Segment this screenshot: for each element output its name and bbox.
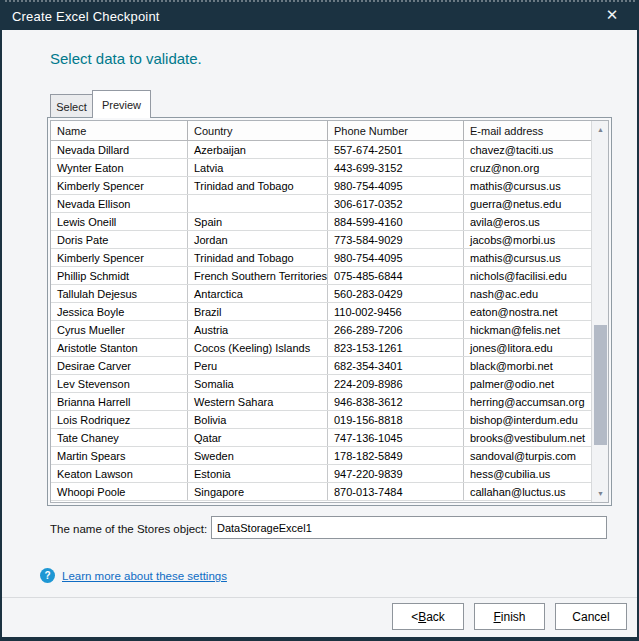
cell-phone: 773-584-9029 <box>328 231 464 248</box>
cell-country: Sweden <box>188 447 328 464</box>
cell-country: Antarctica <box>188 285 328 302</box>
cell-name: Cyrus Mueller <box>51 321 188 338</box>
cell-email: mathis@cursus.us <box>464 249 591 266</box>
table-row[interactable]: Jessica Boyle Brazil 110-002-9456 eaton@… <box>51 303 591 321</box>
cell-country: Austria <box>188 321 328 338</box>
table-row[interactable]: Keaton Lawson Estonia 947-220-9839 hess@… <box>51 465 591 483</box>
title-bar: Create Excel Checkpoint <box>0 0 639 30</box>
cell-name: Wynter Eaton <box>51 159 188 176</box>
table-row[interactable]: Brianna Harrell Western Sahara 946-838-3… <box>51 393 591 411</box>
cell-email: palmer@odio.net <box>464 375 591 392</box>
cell-email: nash@ac.edu <box>464 285 591 302</box>
table-row[interactable]: Lois Rodriquez Bolivia 019-156-8818 bish… <box>51 411 591 429</box>
footer-divider <box>2 597 637 598</box>
table-row[interactable]: Nevada Ellison 306-617-0352 guerra@netus… <box>51 195 591 213</box>
scroll-down-icon[interactable]: ▼ <box>592 485 609 502</box>
table-row[interactable]: Doris Pate Jordan 773-584-9029 jacobs@mo… <box>51 231 591 249</box>
page-title: Select data to validate. <box>50 50 202 67</box>
finish-button[interactable]: Finish <box>474 603 545 630</box>
column-header-email[interactable]: E-mail address <box>464 121 591 140</box>
cell-name: Lois Rodriquez <box>51 411 188 428</box>
cell-phone: 870-013-7484 <box>328 483 464 500</box>
close-icon[interactable]: ✕ <box>595 0 629 30</box>
cell-country: Somalia <box>188 375 328 392</box>
cell-name: Martin Spears <box>51 447 188 464</box>
cell-name: Jessica Boyle <box>51 303 188 320</box>
cell-phone: 946-838-3612 <box>328 393 464 410</box>
cell-phone: 178-182-5849 <box>328 447 464 464</box>
cell-name: Nevada Dillard <box>51 141 188 158</box>
table-row[interactable]: Nevada Dillard Azerbaijan 557-674-2501 c… <box>51 141 591 159</box>
cell-country: Estonia <box>188 465 328 482</box>
cell-country: Singapore <box>188 483 328 500</box>
table-row[interactable]: Whoopi Poole Singapore 870-013-7484 call… <box>51 483 591 501</box>
cell-email: callahan@luctus.us <box>464 483 591 500</box>
cell-name: Doris Pate <box>51 231 188 248</box>
back-button[interactable]: < Back <box>392 603 464 630</box>
table-row[interactable]: Phillip Schmidt French Southern Territor… <box>51 267 591 285</box>
tab-select[interactable]: Select <box>50 94 93 118</box>
cell-phone: 019-156-8818 <box>328 411 464 428</box>
cell-name: Lev Stevenson <box>51 375 188 392</box>
cell-phone: 075-485-6844 <box>328 267 464 284</box>
cell-email: brooks@vestibulum.net <box>464 429 591 446</box>
cell-country: Bolivia <box>188 411 328 428</box>
cell-name: Desirae Carver <box>51 357 188 374</box>
cell-phone: 980-754-4095 <box>328 177 464 194</box>
cell-email: herring@accumsan.org <box>464 393 591 410</box>
cell-name: Kimberly Spencer <box>51 177 188 194</box>
cell-country: Brazil <box>188 303 328 320</box>
column-header-country[interactable]: Country <box>188 121 328 140</box>
table-row[interactable]: Desirae Carver Peru 682-354-3401 black@m… <box>51 357 591 375</box>
cell-email: black@morbi.net <box>464 357 591 374</box>
cell-phone: 560-283-0429 <box>328 285 464 302</box>
scrollbar-thumb[interactable] <box>594 325 607 445</box>
table-row[interactable]: Wynter Eaton Latvia 443-699-3152 cruz@no… <box>51 159 591 177</box>
cell-email: guerra@netus.edu <box>464 195 591 212</box>
help-icon[interactable]: ? <box>40 568 55 583</box>
scroll-up-icon[interactable]: ▲ <box>592 121 609 138</box>
cell-name: Tallulah Dejesus <box>51 285 188 302</box>
table-row[interactable]: Kimberly Spencer Trinidad and Tobago 980… <box>51 177 591 195</box>
table-body: Nevada Dillard Azerbaijan 557-674-2501 c… <box>51 141 591 501</box>
cell-name: Keaton Lawson <box>51 465 188 482</box>
cell-email: chavez@taciti.us <box>464 141 591 158</box>
cell-country: Latvia <box>188 159 328 176</box>
table-row[interactable]: Aristotle Stanton Cocos (Keeling) Island… <box>51 339 591 357</box>
cell-email: jones@litora.edu <box>464 339 591 356</box>
column-header-phone[interactable]: Phone Number <box>328 121 464 140</box>
table-header-row: Name Country Phone Number E-mail address <box>51 121 591 141</box>
table-row[interactable]: Kimberly Spencer Trinidad and Tobago 980… <box>51 249 591 267</box>
stores-object-input[interactable] <box>211 516 607 539</box>
vertical-scrollbar[interactable]: ▲ ▼ <box>591 121 608 502</box>
cell-name: Lewis Oneill <box>51 213 188 230</box>
cell-email: jacobs@morbi.us <box>464 231 591 248</box>
table-row[interactable]: Martin Spears Sweden 178-182-5849 sandov… <box>51 447 591 465</box>
table-row[interactable]: Tallulah Dejesus Antarctica 560-283-0429… <box>51 285 591 303</box>
cell-country: Jordan <box>188 231 328 248</box>
cell-name: Tate Chaney <box>51 429 188 446</box>
cell-email: mathis@cursus.us <box>464 177 591 194</box>
cell-phone: 557-674-2501 <box>328 141 464 158</box>
stores-object-label: The name of the Stores object: <box>50 523 207 535</box>
create-excel-checkpoint-dialog: Create Excel Checkpoint ✕ Select data to… <box>0 0 639 641</box>
column-header-name[interactable]: Name <box>51 121 188 140</box>
window-title: Create Excel Checkpoint <box>0 9 160 24</box>
cell-phone: 443-699-3152 <box>328 159 464 176</box>
cell-phone: 110-002-9456 <box>328 303 464 320</box>
cell-name: Nevada Ellison <box>51 195 188 212</box>
learn-more-link[interactable]: Learn more about these settings <box>62 570 227 582</box>
cell-country <box>188 195 328 212</box>
cell-phone: 947-220-9839 <box>328 465 464 482</box>
table-row[interactable]: Lev Stevenson Somalia 224-209-8986 palme… <box>51 375 591 393</box>
cell-email: sandoval@turpis.com <box>464 447 591 464</box>
table-row[interactable]: Tate Chaney Qatar 747-136-1045 brooks@ve… <box>51 429 591 447</box>
cell-email: hickman@felis.net <box>464 321 591 338</box>
tab-preview[interactable]: Preview <box>92 90 151 118</box>
cell-country: Qatar <box>188 429 328 446</box>
cell-country: French Southern Territories <box>188 267 328 284</box>
cancel-button[interactable]: Cancel <box>555 603 627 630</box>
table-row[interactable]: Cyrus Mueller Austria 266-289-7206 hickm… <box>51 321 591 339</box>
table-row[interactable]: Lewis Oneill Spain 884-599-4160 avila@er… <box>51 213 591 231</box>
cell-phone: 306-617-0352 <box>328 195 464 212</box>
